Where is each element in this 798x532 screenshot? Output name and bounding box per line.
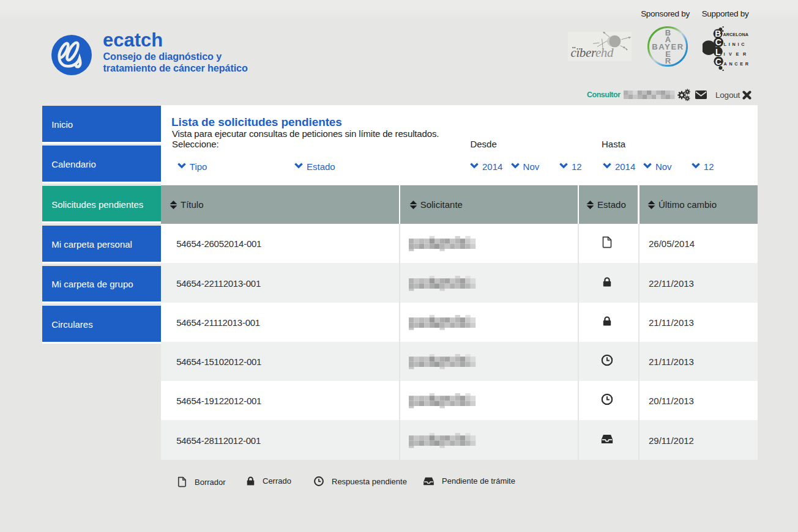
- svg-text:IVER: IVER: [724, 51, 750, 57]
- svg-text:C: C: [715, 37, 722, 47]
- svg-text:cïberehd: cïberehd: [571, 45, 614, 60]
- svg-text:L: L: [715, 47, 721, 57]
- svg-text:LINIC: LINIC: [724, 42, 747, 47]
- svg-text:R: R: [665, 56, 671, 65]
- svg-text:ARCELONA: ARCELONA: [723, 32, 749, 37]
- svg-text:ANCER: ANCER: [724, 61, 751, 67]
- svg-text:C: C: [715, 57, 722, 67]
